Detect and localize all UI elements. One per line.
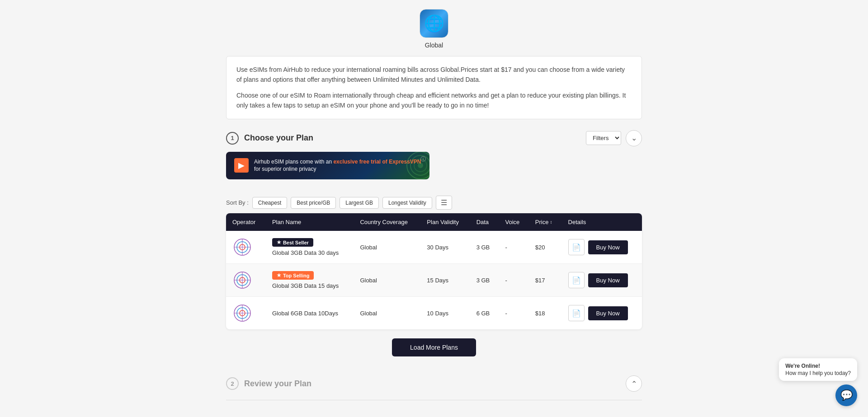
- chat-open-button[interactable]: 💬: [835, 384, 857, 406]
- plans-table: Operator Plan Name Country Coverage Plan…: [226, 213, 642, 329]
- buy-button-1[interactable]: Buy Now: [588, 240, 628, 254]
- bestseller-badge: ★ Best Seller: [272, 238, 313, 247]
- validity-cell-2: 15 Days: [420, 264, 470, 297]
- expressvpn-banner: ▶ Airhub eSIM plans come with an exclusi…: [226, 152, 429, 180]
- expressvpn-logo: ▶: [234, 158, 249, 173]
- operator-logo-icon: [233, 238, 251, 256]
- validity-cell-3: 10 Days: [420, 297, 470, 330]
- sort-bar: Sort By : Cheapest Best price/GB Largest…: [226, 192, 452, 213]
- voice-cell-2: -: [499, 264, 529, 297]
- sort-longest-validity[interactable]: Longest Validity: [382, 197, 432, 209]
- details-cell-1: 📄 Buy Now: [562, 231, 642, 264]
- description-p2: Choose one of our eSIM to Roam internati…: [236, 90, 632, 111]
- operator-logo-icon: [233, 271, 251, 289]
- chat-online-text: We're Online!: [785, 363, 851, 369]
- load-more-button[interactable]: Load More Plans: [392, 338, 476, 356]
- sort-label: Sort By :: [226, 199, 249, 206]
- voice-cell-3: -: [499, 297, 529, 330]
- table-row: ★ Best Seller Global 3GB Data 30 days Gl…: [226, 231, 642, 264]
- chat-bubble: We're Online! How may I help you today?: [779, 358, 857, 381]
- detail-icon-button-1[interactable]: 📄: [568, 239, 585, 255]
- data-cell-1: 3 GB: [470, 231, 499, 264]
- document-icon: 📄: [572, 276, 581, 285]
- col-plan-name: Plan Name: [266, 213, 354, 231]
- step-1-circle: 1: [226, 132, 239, 145]
- detail-icon-button-3[interactable]: 📄: [568, 305, 585, 321]
- globe-label: Global: [425, 42, 443, 49]
- chat-help-text: How may I help you today?: [785, 370, 851, 376]
- sort-best-price[interactable]: Best price/GB: [291, 197, 336, 209]
- chevron-down-icon: ⌄: [631, 134, 637, 142]
- table-row: Global 6GB Data 10Days Global 10 Days 6 …: [226, 297, 642, 330]
- document-icon: 📄: [572, 309, 581, 318]
- buy-button-2[interactable]: Buy Now: [588, 273, 628, 287]
- sliders-icon: ☰: [441, 199, 447, 206]
- price-cell-1: $20: [529, 231, 562, 264]
- description-p1: Use eSIMs from AirHub to reduce your int…: [236, 65, 632, 85]
- details-cell-2: 📄 Buy Now: [562, 264, 642, 297]
- review-collapse-button[interactable]: ⌃: [626, 375, 642, 392]
- col-validity: Plan Validity: [420, 213, 470, 231]
- plan-name-cell-1: ★ Best Seller Global 3GB Data 30 days: [266, 231, 354, 264]
- globe-icon: 🌐: [420, 9, 448, 38]
- sort-cheapest[interactable]: Cheapest: [252, 197, 287, 209]
- chat-widget: We're Online! How may I help you today? …: [779, 358, 857, 406]
- review-divider: [226, 400, 642, 400]
- buy-button-3[interactable]: Buy Now: [588, 306, 628, 320]
- review-plan-section: 2 Review your Plan ⌃: [226, 371, 642, 400]
- operator-logo-icon: [233, 304, 251, 322]
- details-cell-3: 📄 Buy Now: [562, 297, 642, 330]
- star-icon: ★: [277, 272, 281, 278]
- detail-icon-button-2[interactable]: 📄: [568, 272, 585, 288]
- chat-icon: 💬: [840, 389, 853, 401]
- chevron-up-icon: ⌃: [631, 380, 637, 388]
- svg-point-3: [418, 163, 423, 168]
- choose-plan-header: 1 Choose your Plan Filters ⌄: [226, 130, 642, 146]
- country-cell-2: Global: [354, 264, 420, 297]
- plan-name-cell-3: Global 6GB Data 10Days: [266, 297, 354, 330]
- choose-plan-title: Choose your Plan: [244, 133, 313, 143]
- star-icon: ★: [277, 239, 281, 245]
- col-country: Country Coverage: [354, 213, 420, 231]
- col-voice: Voice: [499, 213, 529, 231]
- country-cell-3: Global: [354, 297, 420, 330]
- globe-section: 🌐 Global: [226, 9, 642, 49]
- operator-cell-3: [226, 297, 266, 330]
- col-operator: Operator: [226, 213, 266, 231]
- table-row: ★ Top Selling Global 3GB Data 15 days Gl…: [226, 264, 642, 297]
- country-cell-1: Global: [354, 231, 420, 264]
- sort-largest-gb[interactable]: Largest GB: [340, 197, 379, 209]
- col-price: Price ↕: [529, 213, 562, 231]
- review-plan-title: Review your Plan: [244, 379, 311, 389]
- document-icon: 📄: [572, 243, 581, 252]
- data-cell-2: 3 GB: [470, 264, 499, 297]
- filters-dropdown[interactable]: Filters: [586, 131, 621, 145]
- sort-arrow-icon: ↕: [550, 220, 552, 225]
- operator-cell-2: [226, 264, 266, 297]
- description-box: Use eSIMs from AirHub to reduce your int…: [226, 56, 642, 119]
- validity-cell-1: 30 Days: [420, 231, 470, 264]
- operator-cell-1: [226, 231, 266, 264]
- col-details: Details: [562, 213, 642, 231]
- topselling-badge: ★ Top Selling: [272, 271, 314, 280]
- data-cell-3: 6 GB: [470, 297, 499, 330]
- price-cell-2: $17: [529, 264, 562, 297]
- voice-cell-1: -: [499, 231, 529, 264]
- step-2-circle: 2: [226, 377, 239, 390]
- price-cell-3: $18: [529, 297, 562, 330]
- col-data: Data: [470, 213, 499, 231]
- banner-decoration: [380, 152, 429, 180]
- advanced-filter-button[interactable]: ☰: [436, 196, 452, 210]
- load-more-section: Load More Plans: [226, 329, 642, 365]
- plan-name-cell-2: ★ Top Selling Global 3GB Data 15 days: [266, 264, 354, 297]
- collapse-button[interactable]: ⌄: [626, 130, 642, 146]
